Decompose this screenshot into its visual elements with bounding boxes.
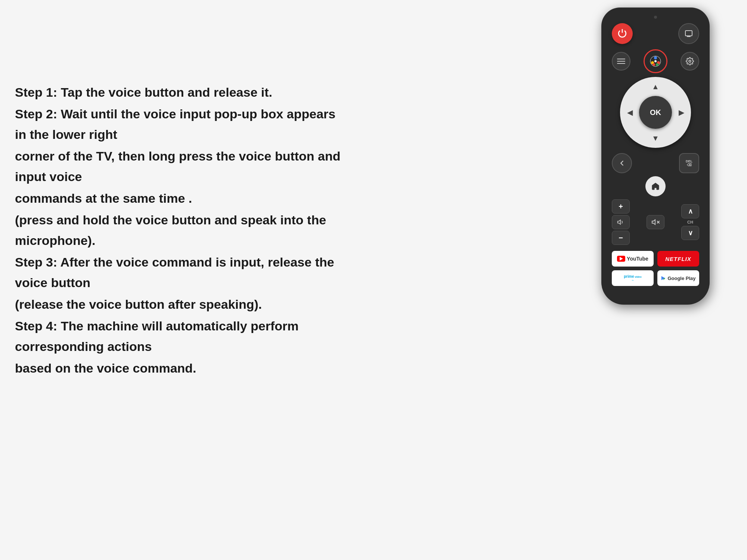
remote-home-row — [612, 176, 699, 196]
step-2-line-2: corner of the TV, then long press the vo… — [15, 146, 344, 187]
remote-top-row — [612, 23, 699, 44]
youtube-label: YouTube — [627, 256, 648, 262]
google-play-button[interactable]: Google Play — [657, 270, 699, 286]
dpad-right-button[interactable]: ▶ — [674, 105, 689, 120]
remote-control: ▲ ▼ ◀ ▶ OK DEL⌫ — [601, 7, 710, 305]
dpad-left-button[interactable]: ◀ — [622, 105, 637, 120]
google-voice-button[interactable] — [644, 49, 667, 73]
channel-up-button[interactable]: ∧ — [681, 204, 699, 218]
instructions-area: Step 1: Tap the voice button and release… — [15, 82, 344, 380]
dpad-up-button[interactable]: ▲ — [648, 79, 663, 94]
mute-group — [647, 215, 664, 229]
power-button[interactable] — [612, 23, 633, 44]
menu-button[interactable] — [612, 52, 630, 71]
app-row-2: prime video ~ Google Play — [612, 270, 699, 286]
svg-point-4 — [654, 56, 657, 59]
camera-dot — [654, 16, 657, 19]
step-5-line-1: Step 4: The machine will automatically p… — [15, 316, 344, 357]
volume-group: + − — [612, 199, 630, 245]
delete-button[interactable]: DEL⌫ — [679, 153, 699, 173]
step-5-line-2: based on the voice command. — [15, 358, 344, 378]
svg-marker-11 — [618, 220, 621, 224]
volume-icon-button[interactable] — [612, 215, 630, 229]
input-button[interactable] — [678, 23, 699, 44]
svg-point-9 — [654, 60, 657, 62]
svg-marker-12 — [652, 220, 655, 225]
dpad: ▲ ▼ ◀ ▶ OK — [620, 77, 691, 148]
step-2-line-3: commands at the same time . — [15, 188, 344, 208]
svg-rect-0 — [685, 31, 692, 36]
step-3-line-1: (press and hold the voice button and spe… — [15, 210, 344, 251]
youtube-play-icon — [620, 257, 623, 261]
youtube-icon — [617, 256, 625, 262]
remote-mid-row — [612, 49, 699, 73]
volume-up-button[interactable]: + — [612, 199, 630, 214]
home-button[interactable] — [645, 176, 666, 196]
netflix-label: NETFLIX — [665, 256, 691, 262]
back-button[interactable] — [612, 153, 632, 173]
ok-button[interactable]: OK — [639, 96, 672, 129]
svg-point-7 — [656, 63, 658, 66]
step-4-line-2: (release the voice button after speaking… — [15, 294, 344, 314]
channel-down-button[interactable]: ∨ — [681, 226, 699, 240]
prime-video-button[interactable]: prime video ~ — [612, 270, 654, 286]
dpad-container: ▲ ▼ ◀ ▶ OK — [612, 77, 699, 148]
mute-button[interactable] — [647, 215, 664, 229]
settings-button[interactable] — [681, 52, 699, 71]
svg-point-10 — [689, 60, 691, 62]
step-4-line-1: Step 3: After the voice command is input… — [15, 252, 344, 293]
menu-icon — [617, 59, 625, 64]
svg-point-8 — [653, 63, 655, 66]
remote-back-row: DEL⌫ — [612, 153, 699, 173]
volume-down-button[interactable]: − — [612, 231, 630, 245]
google-icon — [649, 55, 662, 68]
step-1: Step 1: Tap the voice button and release… — [15, 82, 344, 102]
step-2-line-1: Step 2: Wait until the voice input pop-u… — [15, 104, 344, 144]
netflix-button[interactable]: NETFLIX — [657, 251, 699, 267]
remote-vol-row: + − — [612, 199, 699, 245]
channel-group: ∧ CH ∨ — [681, 204, 699, 240]
youtube-button[interactable]: YouTube — [612, 251, 654, 267]
dpad-down-button[interactable]: ▼ — [648, 131, 663, 146]
channel-label: CH — [687, 220, 693, 224]
app-row-1: YouTube NETFLIX — [612, 251, 699, 267]
remote-wrapper: ▲ ▼ ◀ ▶ OK DEL⌫ — [601, 7, 717, 305]
google-play-label: Google Play — [667, 276, 695, 281]
